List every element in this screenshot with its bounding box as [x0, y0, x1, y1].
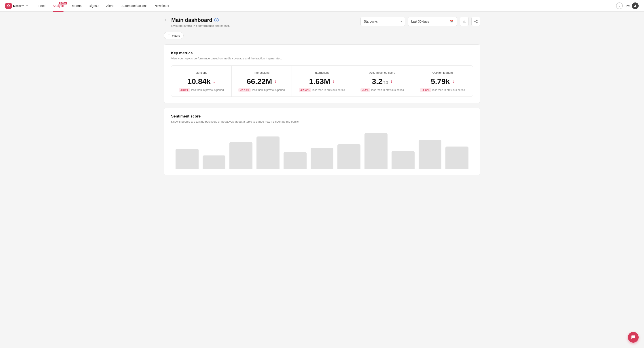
svg-point-1: [634, 4, 636, 5]
metric-badge-1: -31.18%: [238, 88, 251, 92]
navbar: Determ ▾ Feed Analytics BETA Reports Dig…: [0, 0, 644, 12]
username-label: Iva: [626, 4, 630, 7]
metric-change-text-0: less than in previous period: [191, 88, 224, 92]
download-button[interactable]: [460, 17, 469, 26]
sentiment-title: Sentiment score: [171, 114, 473, 119]
bar-group-4: [284, 152, 306, 169]
metric-cell-0: Mentions10.84k↓-3.83%less than in previo…: [171, 66, 232, 97]
metric-value-3: 3.2/10: [372, 77, 388, 85]
metric-cell-1: Impressions66.22M↓-31.18%less than in pr…: [232, 66, 292, 97]
logo[interactable]: Determ ▾: [5, 3, 28, 9]
metric-value-2: 1.63M: [309, 77, 330, 85]
sentiment-card: Sentiment score Know if people are talki…: [164, 108, 480, 175]
bar-group-10: [446, 147, 468, 169]
metric-arrow-4: ↓: [452, 79, 454, 84]
bar-group-8: [392, 151, 414, 169]
company-select[interactable]: Starbucks ▾: [360, 17, 405, 26]
metric-cell-2: Interactions1.63M↓-22.52%less than in pr…: [292, 66, 352, 97]
page-title: Main dashboard i: [171, 17, 230, 23]
bar-group-7: [364, 133, 388, 169]
nav-right: ? Iva: [616, 2, 639, 9]
filters-button[interactable]: ⛉ Filters: [164, 32, 184, 39]
metric-value-0: 10.84k: [188, 77, 211, 85]
user-menu[interactable]: Iva: [626, 2, 639, 9]
bar-group-9: [418, 140, 442, 169]
share-button[interactable]: [471, 17, 480, 26]
bar-group-2: [230, 142, 252, 169]
svg-line-6: [475, 20, 476, 21]
bar-4: [284, 152, 306, 169]
filters-bar: ⛉ Filters: [164, 32, 480, 39]
page-header-right: Starbucks ▾ Last 30 days 📅: [360, 17, 480, 26]
page-title-group: Main dashboard i Evaluate overall PR per…: [171, 17, 230, 27]
metric-arrow-0: ↓: [213, 79, 215, 84]
bar-group-0: [176, 149, 198, 169]
avatar: [632, 2, 639, 9]
sentiment-subtitle: Know if people are talking positively or…: [171, 120, 473, 123]
key-metrics-subtitle: View your topic's performance based on m…: [171, 57, 473, 60]
metric-cell-4: Opinion leaders5.79k↓-8.62%less than in …: [412, 66, 473, 97]
metric-change-text-3: less than in previous period: [371, 88, 404, 92]
bar-group-3: [256, 137, 280, 169]
metric-value-1: 66.22M: [247, 77, 272, 85]
nav-item-automated-actions[interactable]: Automated actions: [118, 0, 151, 12]
page-header: ← Main dashboard i Evaluate overall PR p…: [164, 17, 480, 27]
nav-item-newsletter[interactable]: Newsletter: [151, 0, 173, 12]
filter-icon: ⛉: [168, 34, 170, 37]
back-button[interactable]: ←: [164, 17, 168, 22]
metric-label-4: Opinion leaders: [417, 71, 468, 74]
key-metrics-title: Key metrics: [171, 51, 473, 55]
metric-label-1: Impressions: [236, 71, 287, 74]
metric-badge-0: -3.83%: [179, 88, 190, 92]
svg-point-2: [476, 20, 478, 21]
metric-arrow-3: ↓: [390, 79, 392, 84]
nav-items: Feed Analytics BETA Reports Digests Aler…: [35, 0, 616, 12]
bar-10: [446, 147, 468, 169]
page-subtitle: Evaluate overall PR performance and impa…: [171, 24, 230, 27]
svg-line-5: [475, 22, 476, 22]
svg-point-3: [474, 21, 476, 22]
nav-item-alerts[interactable]: Alerts: [103, 0, 118, 12]
beta-badge: BETA: [59, 2, 67, 4]
date-select[interactable]: Last 30 days 📅: [408, 17, 457, 26]
metric-label-0: Mentions: [176, 71, 227, 74]
metric-label-2: Interactions: [296, 71, 348, 74]
sentiment-chart: [171, 129, 473, 169]
company-chevron: ▾: [400, 20, 402, 23]
metric-change-text-1: less than in previous period: [252, 88, 285, 92]
metric-arrow-1: ↓: [274, 79, 276, 84]
brand-name: Determ: [13, 4, 24, 7]
company-value: Starbucks: [364, 20, 378, 23]
nav-item-reports[interactable]: Reports: [67, 0, 85, 12]
page-content: ← Main dashboard i Evaluate overall PR p…: [156, 12, 488, 185]
bar-group-1: [202, 156, 226, 169]
help-button[interactable]: ?: [616, 2, 623, 9]
metric-badge-3: -2.4%: [360, 88, 370, 92]
bar-2: [230, 142, 252, 169]
bar-7: [364, 133, 388, 169]
nav-item-feed[interactable]: Feed: [35, 0, 49, 12]
brand-chevron: ▾: [26, 4, 28, 7]
logo-icon: [5, 3, 12, 9]
bar-0: [176, 149, 198, 169]
svg-point-4: [476, 22, 478, 23]
metric-arrow-2: ↓: [332, 79, 335, 84]
bar-9: [418, 140, 442, 169]
metric-value-4: 5.79k: [431, 77, 450, 85]
metric-cell-3: Avg. influence score3.2/10↓-2.4%less tha…: [352, 66, 412, 97]
metric-change-text-2: less than in previous period: [312, 88, 345, 92]
nav-item-digests[interactable]: Digests: [85, 0, 103, 12]
metric-change-text-4: less than in previous period: [432, 88, 465, 92]
page-header-left: ← Main dashboard i Evaluate overall PR p…: [164, 17, 230, 27]
bar-1: [202, 156, 226, 169]
bar-group-5: [310, 148, 334, 169]
metric-badge-2: -22.52%: [299, 88, 311, 92]
key-metrics-card: Key metrics View your topic's performanc…: [164, 44, 480, 103]
metrics-grid: Mentions10.84k↓-3.83%less than in previo…: [171, 65, 473, 97]
nav-item-analytics[interactable]: Analytics BETA: [49, 0, 67, 12]
bar-group-6: [338, 144, 360, 169]
bar-6: [338, 144, 360, 169]
metric-label-3: Avg. influence score: [357, 71, 408, 74]
bar-3: [256, 137, 280, 169]
info-icon[interactable]: i: [214, 18, 219, 22]
